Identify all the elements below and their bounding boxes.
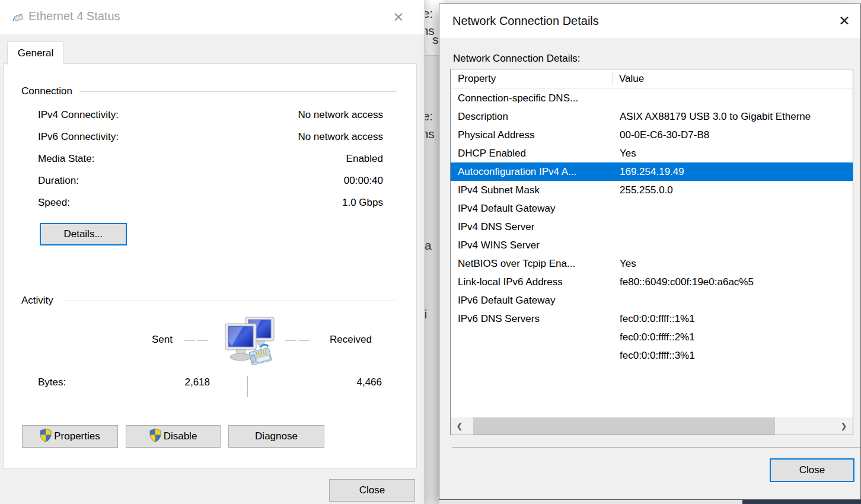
close-button[interactable]: ✕ bbox=[831, 9, 858, 33]
connection-row-value: 00:00:40 bbox=[344, 175, 383, 187]
scrollbar-track[interactable] bbox=[468, 417, 835, 435]
connection-status-row: Media State: Enabled bbox=[38, 153, 383, 175]
chevron-left-icon: ❮ bbox=[457, 422, 463, 430]
table-row[interactable]: IPv4 Default Gateway bbox=[451, 199, 853, 218]
property-cell: IPv6 Default Gateway bbox=[451, 295, 613, 307]
properties-button-label: Properties bbox=[54, 430, 100, 442]
status-close-button-label: Close bbox=[359, 484, 385, 496]
close-icon: ✕ bbox=[393, 9, 404, 25]
details-close-button[interactable]: Close bbox=[770, 458, 854, 482]
property-cell: Description bbox=[451, 111, 613, 123]
connection-row-value: 1.0 Gbps bbox=[342, 197, 383, 209]
property-cell: Physical Address bbox=[451, 129, 613, 141]
sent-connector-line bbox=[197, 340, 208, 342]
properties-button[interactable]: Properties bbox=[22, 425, 118, 448]
background-text-fragment: s bbox=[432, 33, 439, 47]
table-row[interactable]: NetBIOS over Tcpip Ena... Yes bbox=[451, 254, 853, 273]
table-row[interactable]: Connection-specific DNS... bbox=[451, 89, 853, 107]
tab-general[interactable]: General bbox=[7, 42, 64, 65]
bytes-received-value: 4,466 bbox=[356, 377, 382, 388]
connection-row-label: Speed: bbox=[38, 197, 70, 209]
details-button[interactable]: Details... bbox=[40, 223, 127, 245]
table-row[interactable]: IPv6 Default Gateway bbox=[451, 291, 853, 310]
ethernet-status-titlebar[interactable]: Ethernet 4 Status ✕ bbox=[0, 0, 425, 34]
background-strip bbox=[439, 500, 742, 504]
value-column-header[interactable]: Value bbox=[613, 73, 853, 85]
connection-status-row: Duration: 00:00:40 bbox=[38, 175, 383, 197]
value-cell: fec0:0:0:ffff::2%1 bbox=[613, 331, 853, 343]
connection-row-label: Media State: bbox=[38, 153, 94, 165]
status-close-button[interactable]: Close bbox=[329, 479, 415, 502]
value-cell: 255.255.0.0 bbox=[613, 184, 853, 196]
connection-group-line bbox=[79, 91, 397, 92]
bytes-column-separator bbox=[247, 376, 248, 397]
details-table: Property Value Connection-specific DNS..… bbox=[450, 69, 853, 435]
ethernet-icon bbox=[12, 12, 25, 25]
property-cell: IPv4 DNS Server bbox=[451, 221, 613, 233]
connection-status-row: IPv6 Connectivity: No network access bbox=[38, 131, 383, 153]
details-list-label: Network Connection Details: bbox=[453, 53, 580, 65]
connection-status-row: Speed: 1.0 Gbps bbox=[38, 197, 383, 219]
value-cell: fec0:0:0:ffff::3%1 bbox=[613, 350, 853, 362]
details-table-rows: Connection-specific DNS... Description A… bbox=[451, 89, 853, 365]
property-cell: IPv6 DNS Servers bbox=[451, 313, 613, 325]
diagnose-button-label: Diagnose bbox=[255, 430, 298, 442]
network-computers-icon bbox=[222, 316, 280, 378]
screen: pe: ons s pe: ons a oti Ethernet 4 Statu… bbox=[0, 0, 861, 504]
property-cell: IPv4 Subnet Mask bbox=[451, 184, 613, 196]
table-row[interactable]: Link-local IPv6 Address fe80::6049:c00f:… bbox=[451, 273, 853, 291]
footer-divider bbox=[452, 447, 860, 448]
details-button-label: Details... bbox=[63, 228, 103, 240]
table-row[interactable]: fec0:0:0:ffff::2%1 bbox=[451, 328, 853, 346]
connection-row-value: No network access bbox=[298, 131, 383, 143]
bytes-sent-value: 2,618 bbox=[184, 377, 210, 388]
table-row[interactable]: Physical Address 00-0E-C6-30-D7-B8 bbox=[451, 126, 853, 144]
scroll-right-button[interactable]: ❯ bbox=[835, 417, 853, 435]
property-cell: Connection-specific DNS... bbox=[451, 92, 613, 104]
horizontal-scrollbar[interactable]: ❮ ❯ bbox=[451, 417, 853, 435]
close-button[interactable]: ✕ bbox=[385, 6, 412, 28]
connection-status-row: IPv4 Connectivity: No network access bbox=[38, 109, 383, 131]
window-title: Network Connection Details bbox=[452, 14, 599, 28]
table-row[interactable]: fec0:0:0:ffff::3%1 bbox=[451, 346, 853, 365]
value-cell: ASIX AX88179 USB 3.0 to Gigabit Etherne bbox=[613, 111, 853, 123]
connection-row-value: No network access bbox=[298, 109, 383, 121]
sent-label: Sent bbox=[152, 334, 173, 346]
disable-button[interactable]: Disable bbox=[126, 425, 221, 448]
table-row[interactable]: Description ASIX AX88179 USB 3.0 to Giga… bbox=[451, 107, 853, 126]
activity-group-heading: Activity bbox=[21, 295, 53, 307]
value-cell: Yes bbox=[613, 258, 853, 270]
network-details-titlebar[interactable]: Network Connection Details ✕ bbox=[439, 4, 860, 38]
property-column-header[interactable]: Property bbox=[451, 72, 613, 86]
value-cell: fe80::6049:c00f:19e0:a6ac%5 bbox=[613, 276, 853, 288]
window-title: Ethernet 4 Status bbox=[28, 9, 120, 23]
diagnose-button[interactable]: Diagnose bbox=[228, 425, 324, 448]
scrollbar-thumb[interactable] bbox=[473, 417, 775, 435]
table-row[interactable]: DHCP Enabled Yes bbox=[451, 144, 853, 162]
property-cell: Link-local IPv6 Address bbox=[451, 276, 613, 288]
details-close-button-label: Close bbox=[799, 464, 825, 476]
table-row[interactable]: Autoconfiguration IPv4 A... 169.254.19.4… bbox=[451, 162, 853, 181]
connection-rows: IPv4 Connectivity: No network access IPv… bbox=[38, 109, 383, 219]
property-cell: IPv4 WINS Server bbox=[451, 240, 613, 251]
connection-row-label: Duration: bbox=[38, 175, 79, 187]
background-dark-window-edge bbox=[742, 500, 861, 504]
connection-row-label: IPv4 Connectivity: bbox=[38, 109, 119, 121]
received-connector-line bbox=[298, 340, 309, 342]
table-row[interactable]: IPv6 DNS Servers fec0:0:0:ffff::1%1 bbox=[451, 310, 853, 328]
tab-general-label: General bbox=[18, 47, 53, 59]
connection-row-label: IPv6 Connectivity: bbox=[38, 131, 119, 143]
property-cell: Autoconfiguration IPv4 A... bbox=[451, 166, 613, 178]
disable-button-label: Disable bbox=[164, 430, 197, 442]
network-details-dialog: Network Connection Details ✕ Network Con… bbox=[439, 4, 861, 500]
background-text-fragment: a bbox=[425, 238, 432, 253]
close-icon: ✕ bbox=[838, 13, 850, 29]
activity-group-line bbox=[63, 301, 397, 301]
table-row[interactable]: IPv4 DNS Server bbox=[451, 218, 853, 236]
general-tab-page: Connection IPv4 Connectivity: No network… bbox=[3, 63, 417, 468]
value-cell: Yes bbox=[613, 148, 853, 160]
table-row[interactable]: IPv4 Subnet Mask 255.255.0.0 bbox=[451, 181, 853, 199]
scroll-left-button[interactable]: ❮ bbox=[451, 417, 468, 435]
sent-connector-line bbox=[184, 340, 195, 342]
table-row[interactable]: IPv4 WINS Server bbox=[451, 236, 853, 254]
